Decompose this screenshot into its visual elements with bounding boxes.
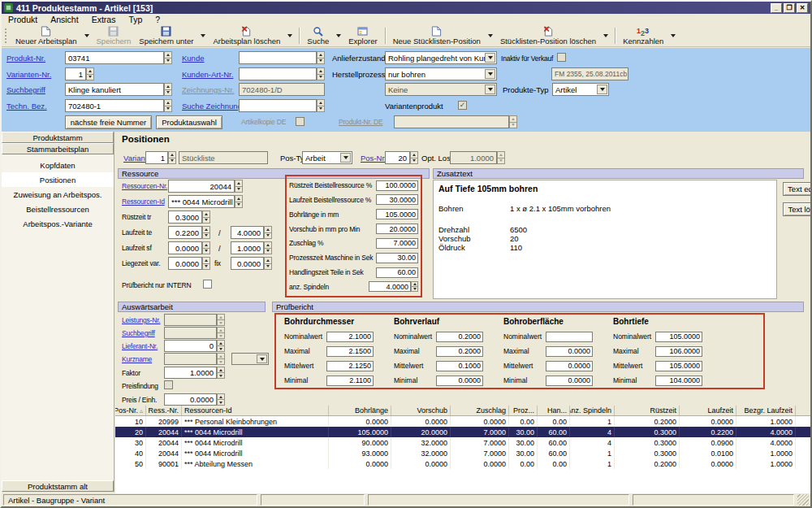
toolbar-button-stücklisten-position-löschen[interactable]: Stücklisten-Position löschen: [496, 25, 600, 46]
suchbegriff-field[interactable]: Klinge kanuliert: [65, 83, 164, 96]
ruestzeit-tr-field[interactable]: 0.3000: [168, 211, 202, 224]
chevron-down-icon[interactable]: [257, 354, 267, 363]
preisfindung-checkbox[interactable]: [164, 380, 173, 389]
parameter-field-anz-spindeln[interactable]: 4.0000: [369, 281, 411, 292]
text-loeschen-button[interactable]: Text lösch: [783, 202, 812, 216]
laufzeit-sf-spinner2[interactable]: [264, 241, 272, 254]
suche-zeichnung-label[interactable]: Suche Zeichnung: [182, 102, 242, 111]
zusatztext-area[interactable]: Auf Tiefe 105mm bohren Bohren 1 x ø 2.1 …: [433, 180, 777, 299]
table-column-header-bezgr-laufzeit[interactable]: Bezgr. Laufzeit: [736, 406, 796, 415]
table-column-header-han[interactable]: Han...: [538, 406, 570, 415]
table-row[interactable]: 4020044*** 0044 Microdrill93.000032.0000…: [115, 448, 812, 458]
table-column-header-ress-nr[interactable]: Ress.-Nr.: [146, 406, 182, 415]
minimize-icon[interactable]: _: [771, 3, 782, 13]
table-row[interactable]: 1020999*** Personal Kleinbohrungen0.0000…: [115, 416, 812, 427]
techn-bez-spinner[interactable]: [164, 99, 172, 112]
dropdown-arrow[interactable]: [485, 25, 496, 46]
toolbar-button-neuer-arbeitsplan[interactable]: Neuer Arbeitsplan: [11, 25, 81, 46]
liegezeit-field[interactable]: 0.0000: [168, 257, 202, 270]
keine-combo[interactable]: Keine: [385, 83, 497, 96]
resize-grip[interactable]: [797, 494, 809, 506]
pruefbericht-field-bohrdurchmesser-maximal[interactable]: 2.1500: [326, 346, 374, 357]
variante-spinner[interactable]: [168, 151, 176, 164]
sidebar-item-positionen[interactable]: Positionen: [2, 172, 114, 187]
faktor-spinner[interactable]: [217, 367, 225, 379]
produkt-nr-spinner[interactable]: [164, 51, 172, 64]
pruefbericht-field-bohroberfläche-nominalwert[interactable]: [546, 332, 593, 342]
varianten-nr-field[interactable]: 1: [65, 67, 86, 80]
kunde-label[interactable]: Kunde: [182, 54, 204, 63]
pos-nr-spinner[interactable]: [410, 151, 418, 164]
table-column-header-bohrlänge[interactable]: Bohrlänge: [329, 406, 391, 415]
laufzeit-te-spinner2[interactable]: [264, 226, 272, 239]
table-row[interactable]: 3020044*** 0044 Microdrill90.000032.0000…: [115, 437, 812, 448]
sidebar-item-beistellressourcen[interactable]: Beistellressourcen: [2, 202, 114, 216]
table-row[interactable]: 5090001*** Abteilung Messen0.00000.00000…: [115, 458, 812, 469]
parameter-field-handlingszeit-teile-in-sek[interactable]: 60.00: [376, 267, 418, 278]
kunden-art-nr-label[interactable]: Kunden-Art-Nr.: [182, 70, 233, 79]
chevron-down-icon[interactable]: [597, 85, 607, 94]
text-editieren-button[interactable]: Text editie: [783, 182, 812, 196]
sidebar-section-stammarbeitsplan[interactable]: Stammarbeitsplan: [2, 143, 114, 154]
pruefbericht-field-bohrtiefe-maximal[interactable]: 106.0000: [655, 346, 702, 357]
table-column-header-pos-nr[interactable]: Pos-Nr.▵: [115, 406, 146, 415]
dropdown-arrow[interactable]: [600, 25, 611, 46]
parameter-field-vorschub-in-mm-pro-min[interactable]: 20.0000: [376, 224, 418, 234]
table-column-header-rüstzeit[interactable]: Rüstzeit: [615, 406, 680, 415]
ressourcen-nr-label[interactable]: Ressourcen-Nr.: [122, 182, 167, 190]
pruefbericht-field-bohroberfläche-maximal[interactable]: 0.0000: [546, 346, 593, 357]
chevron-down-icon[interactable]: [485, 69, 495, 79]
preis-einh-spinner[interactable]: [217, 393, 225, 406]
preis-einh-field[interactable]: 0.0000: [164, 393, 217, 406]
laufzeit-te-field2[interactable]: 4.0000: [231, 226, 264, 239]
toolbar-button-neue-stücklisten-position[interactable]: Neue Stücklisten-Position: [389, 25, 485, 46]
suchbegriff-spinner[interactable]: [164, 83, 172, 96]
pruefbericht-field-bohrverlauf-nominalwert[interactable]: 0.2000: [436, 332, 483, 342]
menu-help[interactable]: ?: [149, 15, 166, 24]
pruefbericht-field-bohrdurchmesser-mittelwert[interactable]: 2.1250: [326, 361, 374, 371]
laufzeit-sf-field2[interactable]: 1.0000: [231, 241, 264, 254]
suche-zeichnung-field[interactable]: [239, 99, 317, 112]
table-column-header-laufzeit[interactable]: Laufzeit: [680, 406, 736, 415]
toolbar-button-speichern-unter[interactable]: Speichern unter: [135, 25, 197, 46]
parameter-field-rüstzeit-beistellressource[interactable]: 100.0000: [376, 180, 418, 191]
pruefbericht-field-bohrtiefe-minimal[interactable]: 104.0000: [655, 376, 702, 386]
pruefbericht-field-bohrtiefe-nominalwert[interactable]: 105.0000: [655, 332, 702, 342]
naechste-freie-nummer-button[interactable]: nächste freie Nummer: [65, 115, 152, 129]
table-column-header-ressourcen-id[interactable]: Ressourcen-Id: [182, 406, 329, 415]
ressourcen-id-field[interactable]: *** 0044 Microdrill: [168, 195, 235, 208]
pruefbericht-field-bohroberfläche-minimal[interactable]: 0.0000: [546, 376, 593, 386]
produktauswahl-button[interactable]: Produktauswahl: [156, 115, 222, 129]
variante-field[interactable]: 1: [145, 151, 168, 164]
toolbar-grip[interactable]: [5, 28, 7, 43]
pos-nr-field[interactable]: 20: [385, 151, 410, 164]
ressourcen-nr-spinner[interactable]: [235, 180, 243, 193]
dropdown-arrow[interactable]: [284, 25, 296, 46]
table-column-header-proz[interactable]: Proz...: [509, 406, 538, 415]
toolbar-button-suche[interactable]: Suche: [303, 25, 333, 46]
techn-bez-field[interactable]: 702480-1: [65, 99, 164, 112]
lieferant-nr-field[interactable]: 0: [164, 340, 217, 352]
pruefbericht-field-bohrdurchmesser-nominalwert[interactable]: 2.1000: [326, 332, 374, 342]
sidebar-item-kopfdaten[interactable]: Kopfdaten: [2, 158, 114, 172]
pruefbericht-field-bohrdurchmesser-minimal[interactable]: 2.1100: [326, 376, 374, 386]
pruefbericht-field-bohroberfläche-mittelwert[interactable]: 0.0000: [546, 361, 593, 371]
ressourcen-id-spinner[interactable]: [235, 195, 243, 208]
pos-typ-combo[interactable]: Arbeit: [302, 151, 352, 164]
lieferant-nr-label[interactable]: Lieferant-Nr.: [122, 342, 158, 350]
chevron-down-icon[interactable]: [340, 153, 351, 163]
laufzeit-te-field[interactable]: 0.2200: [168, 226, 202, 239]
close-icon[interactable]: ✕: [797, 3, 808, 13]
produkt-nr-field[interactable]: 03741: [65, 51, 164, 64]
pos-nr-label[interactable]: Pos-Nr.: [361, 154, 387, 163]
dropdown-arrow[interactable]: [197, 25, 209, 46]
produkte-typ-combo[interactable]: Artikel: [552, 83, 609, 96]
kunde-spinner[interactable]: [317, 51, 325, 64]
lieferant-nr-spinner[interactable]: [217, 340, 225, 352]
liegezeit-spinner[interactable]: [202, 257, 210, 270]
menu-produkt[interactable]: Produkt: [2, 15, 44, 24]
liegezeit-field2[interactable]: 0.0000: [231, 257, 264, 270]
parameter-field-prozesszeit-maschine-in-sek[interactable]: 30.00: [376, 253, 418, 263]
faktor-field[interactable]: 1.0000: [164, 367, 217, 379]
toolbar-button-arbeitsplan-löschen[interactable]: Arbeitsplan löschen: [209, 25, 284, 46]
